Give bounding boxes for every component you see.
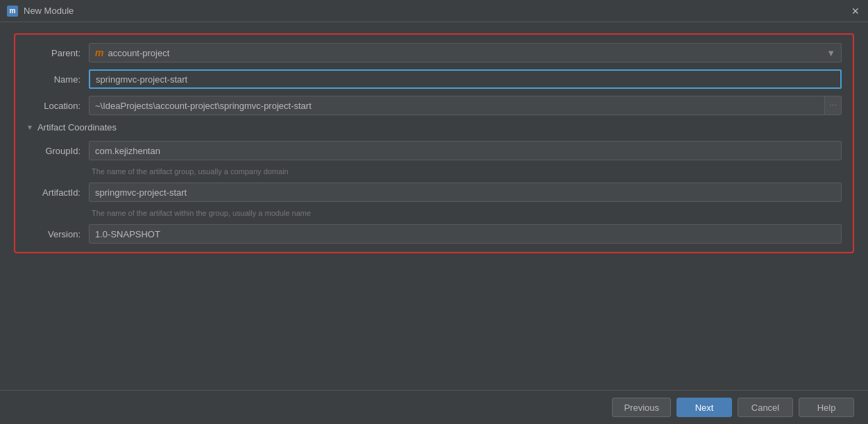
artifactid-hint: The name of the artifact within the grou… (89, 209, 842, 217)
app-icon: m (7, 6, 18, 17)
close-button[interactable]: ✕ (850, 6, 861, 17)
groupid-hint: The name of the artifact group, usually … (89, 167, 842, 176)
name-label: Name: (26, 74, 89, 85)
parent-dropdown[interactable]: m account-project ▼ (89, 43, 842, 62)
dialog-content: Parent: m account-project ▼ Name: Locati… (0, 22, 868, 390)
version-label: Version: (26, 229, 89, 239)
version-input[interactable] (89, 224, 842, 244)
artifactid-input[interactable] (89, 183, 842, 202)
title-bar: m New Module ✕ (0, 0, 868, 22)
previous-button[interactable]: Previous (612, 398, 671, 417)
help-button[interactable]: Help (799, 398, 854, 417)
name-input[interactable] (89, 69, 842, 89)
name-row: Name: (26, 69, 842, 89)
location-row: Location: ⋯ (26, 96, 842, 115)
maven-icon: m (95, 47, 103, 58)
location-input-wrapper: ⋯ (89, 96, 842, 115)
app-icon-label: m (10, 7, 16, 15)
window-title: New Module (24, 6, 850, 16)
artifactid-row: ArtifactId: (26, 183, 842, 202)
location-browse-button[interactable]: ⋯ (824, 96, 841, 115)
cancel-label: Cancel (751, 402, 779, 413)
help-label: Help (817, 402, 836, 413)
previous-label: Previous (624, 402, 659, 413)
groupid-input[interactable] (89, 141, 842, 160)
location-label: Location: (26, 101, 89, 111)
toggle-icon[interactable]: ▼ (26, 124, 33, 131)
form-section: Parent: m account-project ▼ Name: Locati… (14, 33, 854, 253)
artifact-coordinates-header: ▼ Artifact Coordinates (26, 122, 842, 133)
groupid-row: GroupId: (26, 141, 842, 160)
parent-label: Parent: (26, 48, 89, 58)
parent-value: account-project (108, 48, 169, 58)
location-input[interactable] (90, 96, 824, 115)
next-button[interactable]: Next (676, 398, 732, 417)
next-label: Next (695, 402, 714, 413)
parent-row: Parent: m account-project ▼ (26, 43, 842, 62)
artifactid-label: ArtifactId: (26, 187, 89, 198)
dialog-footer: Previous Next Cancel Help (0, 390, 868, 424)
new-module-dialog: m New Module ✕ Parent: m account-project… (0, 0, 868, 424)
cancel-button[interactable]: Cancel (738, 398, 793, 417)
version-row: Version: (26, 224, 842, 244)
groupid-label: GroupId: (26, 146, 89, 156)
dropdown-arrow-icon: ▼ (826, 48, 835, 58)
artifact-coordinates-label: Artifact Coordinates (37, 122, 117, 133)
